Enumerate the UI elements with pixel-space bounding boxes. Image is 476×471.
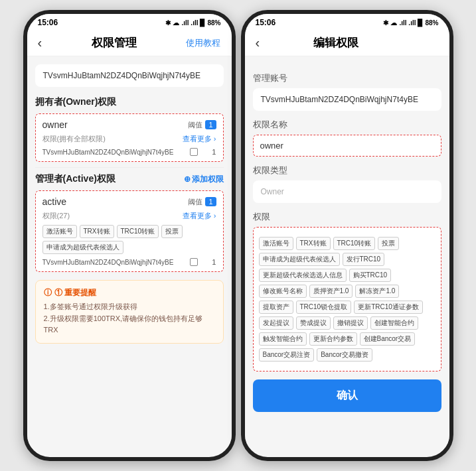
permission-name-input[interactable]: owner [253, 135, 441, 157]
copy-icon-owner[interactable] [190, 148, 198, 156]
wifi-icon-r: ☁ [390, 19, 397, 27]
tag-activate: 激活账号 [42, 225, 77, 238]
status-icons-left: ✱ ☁ .ıll .ıll ▉ 88% [165, 19, 220, 27]
battery-icon-r: ▉ [418, 19, 423, 27]
tag-trx: TRX转账 [80, 225, 114, 238]
status-icons-right: ✱ ☁ .ıll .ıll ▉ 88% [383, 19, 438, 27]
phone-left-content: TVsvmHJuBtamN2DZ4DQnBiWqjhjN7t4yBE 拥有者(O… [27, 56, 232, 446]
phone-right-content: 管理账号 TVsvmHJuBtamN2DZ4DQnBiWqjhjN7t4yBE … [245, 56, 449, 446]
right-tag[interactable]: 提取资产 [259, 301, 293, 314]
right-tag[interactable]: 更新超级代表候选选人信息 [259, 269, 347, 282]
right-tag[interactable]: 申请成为超级代表候选人 [259, 253, 340, 266]
add-permission-btn[interactable]: ⊕ 添加权限 [184, 174, 224, 185]
active-permission-name: active [42, 196, 67, 207]
tag-trc10: TRC10转账 [117, 225, 159, 238]
confirm-button[interactable]: 确认 [253, 379, 441, 412]
warning-line-2: 2.升级权限需要100TRX,请确保你的钱包持有足够TRX [44, 313, 215, 336]
warning-line-1: 1.多签账号通过权限升级获得 [44, 301, 215, 313]
manager-account-value: TVsvmHJuBtamN2DZ4DQnBiWqjhjN7t4yBE [253, 88, 441, 111]
active-view-more[interactable]: 查看更多 › [183, 211, 216, 221]
owner-view-more[interactable]: 查看更多 › [183, 134, 216, 144]
nav-title-right: 编辑权限 [313, 35, 358, 50]
right-tag[interactable]: 激活账号 [259, 237, 293, 250]
bluetooth-icon-r: ✱ [383, 19, 388, 27]
right-tag[interactable]: TRX转账 [296, 237, 331, 250]
info-icon: ⓘ [44, 287, 52, 299]
status-bar-right: 15:06 ✱ ☁ .ıll .ıll ▉ 88% [245, 14, 449, 30]
right-tag[interactable]: TRC10锁仓提取 [296, 301, 352, 314]
signal-icon: .ıll .ıll [181, 19, 198, 27]
owner-detail-label: 权限(拥有全部权限) [42, 134, 106, 144]
right-tag[interactable]: 更新合约参数 [309, 332, 357, 346]
divider-1 [35, 167, 224, 168]
threshold-label-active: 阈值 [188, 197, 202, 207]
right-tag[interactable]: 解冻资产1.0 [355, 285, 399, 298]
right-tag[interactable]: 更新TRC10通证参数 [354, 301, 423, 314]
account-address-left: TVsvmHJuBtamN2DZ4DQnBiWqjhjN7t4yBE [35, 64, 224, 87]
wifi-icon: ☁ [173, 19, 179, 27]
tag-vote: 投票 [161, 225, 183, 238]
nav-title-left: 权限管理 [92, 35, 137, 50]
owner-permission-card[interactable]: owner 阈值 1 权限(拥有全部权限) 查看更多 › TVsvmHJuBta… [35, 113, 224, 162]
right-tag[interactable]: 撤销提议 [333, 316, 368, 330]
warning-box: ⓘ ① 重要提醒 1.多签账号通过权限升级获得 2.升级权限需要100TRX,请… [35, 280, 224, 344]
status-bar-left: 15:06 ✱ ☁ .ıll .ıll ▉ 88% [27, 14, 232, 30]
active-weight: 1 [212, 258, 216, 266]
active-tags: 激活账号 TRX转账 TRC10转账 投票 申请成为超级代表候选人 [42, 225, 216, 254]
right-tag[interactable]: 创建智能合约 [370, 316, 418, 330]
right-tag-list: 激活账号TRX转账TRC10转账投票申请成为超级代表候选人发行TRC10更新超级… [259, 237, 436, 362]
right-tag[interactable]: 购买TRC10 [349, 269, 392, 282]
owner-weight: 1 [212, 148, 216, 156]
permission-type-label: 权限类型 [253, 165, 441, 176]
active-section-title: 管理者(Active)权限 ⊕ 添加权限 [35, 173, 224, 185]
back-button-right[interactable]: ‹ [256, 35, 260, 50]
threshold-value-active: 1 [205, 197, 216, 206]
nav-bar-right: ‹ 编辑权限 [245, 30, 449, 56]
active-permission-card[interactable]: active 阈值 1 权限(27) 查看更多 › 激活账号 TRX转账 TRC… [35, 190, 224, 272]
active-detail-label: 权限(27) [42, 211, 70, 221]
bluetooth-icon: ✱ [165, 19, 171, 27]
phone-left: 15:06 ✱ ☁ .ıll .ıll ▉ 88% ‹ 权限管理 使用教程 TV… [23, 10, 236, 461]
nav-bar-left: ‹ 权限管理 使用教程 [27, 30, 232, 56]
phone-right: 15:06 ✱ ☁ .ıll .ıll ▉ 88% ‹ 编辑权限 管理账号 TV… [241, 10, 453, 461]
right-tag[interactable]: 投票 [378, 237, 399, 250]
right-tag[interactable]: 修改账号名称 [259, 285, 307, 298]
battery-icon: ▉ [200, 19, 205, 27]
right-tag[interactable]: 质押资产1.0 [309, 285, 353, 298]
right-tag[interactable]: 发起提议 [259, 316, 293, 330]
permission-name-label: 权限名称 [253, 119, 441, 131]
back-button-left[interactable]: ‹ [38, 35, 42, 50]
threshold-label-owner: 阈值 [188, 120, 202, 130]
right-tag[interactable]: 发行TRC10 [343, 253, 385, 266]
right-tag[interactable]: 触发智能合约 [259, 332, 307, 346]
time-right: 15:06 [256, 18, 276, 27]
threshold-value-owner: 1 [205, 120, 216, 129]
copy-icon-active[interactable] [190, 258, 198, 266]
active-threshold: 阈值 1 [188, 197, 216, 207]
warning-text: 1.多签账号通过权限升级获得 2.升级权限需要100TRX,请确保你的钱包持有足… [44, 301, 215, 336]
battery-pct-r: 88% [425, 19, 438, 27]
time-left: 15:06 [38, 18, 58, 27]
right-tag[interactable]: Bancor交易注资 [259, 348, 315, 362]
active-address: TVsvmHJuBtamN2DZ4DQnBiWqjhjN7t4yBE [42, 259, 174, 266]
permission-tags-box: 激活账号TRX转账TRC10转账投票申请成为超级代表候选人发行TRC10更新超级… [253, 227, 441, 371]
permission-perm-label: 权限 [253, 211, 441, 223]
right-tag[interactable]: 创建Bancor交易 [360, 332, 416, 346]
battery-pct: 88% [207, 19, 220, 27]
tutorial-link[interactable]: 使用教程 [186, 37, 220, 49]
right-tag[interactable]: Bancor交易撤资 [317, 348, 372, 362]
manager-account-label: 管理账号 [253, 72, 441, 84]
owner-permission-name: owner [42, 119, 68, 130]
signal-icon-r: .ıll .ıll [399, 19, 416, 27]
warning-title: ⓘ ① 重要提醒 [44, 287, 215, 299]
tag-super: 申请成为超级代表候选人 [42, 241, 123, 254]
owner-section-title: 拥有者(Owner)权限 [35, 96, 224, 108]
owner-threshold: 阈值 1 [188, 120, 216, 130]
permission-type-value: Owner [253, 180, 441, 203]
right-tag[interactable]: TRC10转账 [333, 237, 376, 250]
plus-icon: ⊕ [184, 174, 191, 184]
right-tag[interactable]: 赞成提议 [296, 316, 331, 330]
owner-address: TVsvmHJuBtamN2DZ4DQnBiWqjhjN7t4yBE [42, 149, 174, 156]
